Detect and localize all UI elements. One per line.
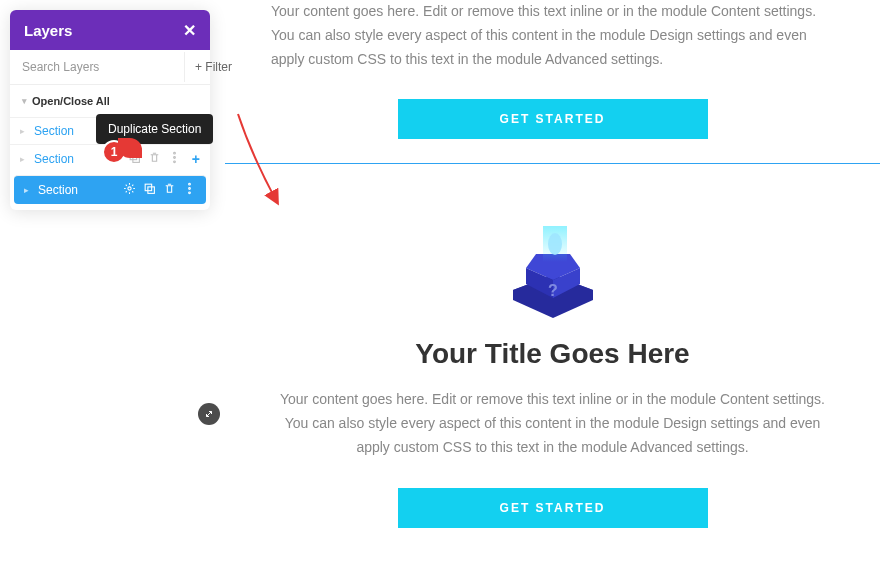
svg-point-5 [128,187,131,190]
svg-text:?: ? [548,282,558,299]
resize-handle-icon[interactable] [198,403,220,425]
page-canvas: Your content goes here. Edit or remove t… [225,0,880,528]
section-actions [123,182,196,198]
svg-point-8 [189,183,191,185]
svg-point-2 [173,152,175,154]
content-block: Your content goes here. Edit or remove t… [225,0,880,139]
layers-panel: Layers ✕ + Filter ▾ Open/Close All ▸ Sec… [10,10,210,210]
body-text: Your content goes here. Edit or remove t… [271,0,834,71]
chevron-right-icon: ▸ [20,154,30,164]
annotation-arrow [232,110,287,210]
annotation-callout: 1 [102,140,126,164]
chevron-down-icon: ▾ [22,96,32,106]
panel-header: Layers ✕ [10,10,210,50]
open-close-all-row[interactable]: ▾ Open/Close All [10,85,210,117]
content-block: ? Your Title Goes Here Your content goes… [225,164,880,527]
box-question-icon: ? [498,220,608,320]
add-section-button[interactable]: + [192,151,200,167]
body-text: Your content goes here. Edit or remove t… [271,388,834,459]
close-icon[interactable]: ✕ [183,21,196,40]
svg-rect-6 [145,184,152,191]
svg-point-3 [173,157,175,159]
trash-icon[interactable] [148,151,161,167]
duplicate-icon[interactable] [143,182,156,198]
gear-icon[interactable] [123,182,136,198]
section-title: Your Title Goes Here [271,338,834,370]
section-label: Section [34,183,123,197]
get-started-button[interactable]: GET STARTED [398,488,708,528]
section-row-active[interactable]: ▸ Section [14,175,206,204]
more-icon[interactable] [183,182,196,198]
get-started-button[interactable]: GET STARTED [398,99,708,139]
more-icon[interactable] [168,151,181,167]
search-row: + Filter [10,50,210,85]
svg-point-9 [189,188,191,190]
search-input[interactable] [10,50,184,84]
panel-title: Layers [24,22,72,39]
trash-icon[interactable] [163,182,176,198]
chevron-right-icon: ▸ [20,126,30,136]
svg-point-17 [548,233,562,255]
svg-point-4 [173,161,175,163]
svg-point-10 [189,192,191,194]
chevron-right-icon: ▸ [24,185,34,195]
open-close-all-label: Open/Close All [32,95,110,107]
filter-button[interactable]: + Filter [184,52,242,82]
